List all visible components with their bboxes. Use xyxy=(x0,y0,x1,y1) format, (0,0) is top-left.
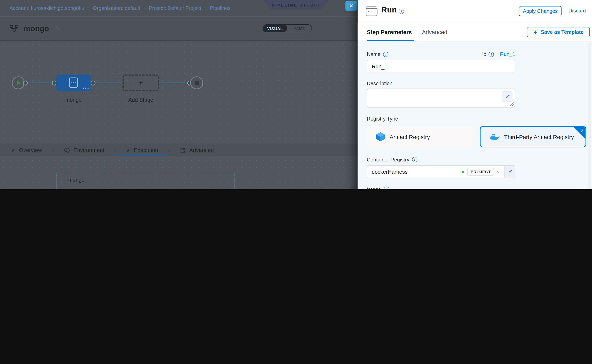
check-icon: ✓ xyxy=(127,147,131,153)
pin-icon xyxy=(507,169,512,175)
tab-step-parameters[interactable]: Step Parameters xyxy=(367,29,412,35)
description-label: Description xyxy=(367,81,592,86)
scope-badge: PROJECT xyxy=(467,168,494,176)
tab-execution[interactable]: ✓ Execution xyxy=(127,147,158,153)
registry-type-label: Registry Type xyxy=(367,116,592,121)
pipeline-studio-screen: Account: kurosakiichigo.songoku › Organi… xyxy=(0,0,592,189)
connector xyxy=(94,82,122,83)
save-as-template-button[interactable]: Save as Template xyxy=(527,27,590,37)
tab-overview[interactable]: ✓ Overview xyxy=(12,147,42,153)
add-stage-label: Add Stage xyxy=(128,97,153,103)
visual-yaml-toggle: VISUAL YAML xyxy=(262,24,312,32)
registry-option-label: Artifact Registry xyxy=(390,134,430,140)
registry-option-artifact-registry[interactable]: Artifact Registry xyxy=(367,126,473,147)
tab-environment[interactable]: Environment xyxy=(64,147,104,153)
info-icon[interactable]: i xyxy=(412,157,417,162)
play-icon xyxy=(17,81,21,85)
apply-changes-button[interactable]: Apply Changes xyxy=(519,6,562,16)
breadcrumb: Account: kurosakiichigo.songoku › Organi… xyxy=(9,5,230,11)
resize-handle[interactable] xyxy=(510,102,514,106)
pipeline-title: mongo xyxy=(24,24,49,33)
image-label: Image i xyxy=(367,187,592,189)
save-as-template-label: Save as Template xyxy=(541,29,584,35)
environment-icon xyxy=(64,147,70,153)
registry-option-third-party[interactable]: Third-Party Artifact Registry ✓ xyxy=(480,126,586,147)
pin-runtime-input-button[interactable] xyxy=(502,91,512,102)
status-dot xyxy=(461,170,464,173)
add-stage-button[interactable]: + xyxy=(122,74,159,91)
check-icon: ✓ xyxy=(12,147,16,153)
toggle-visual[interactable]: VISUAL xyxy=(263,25,287,32)
connector xyxy=(27,82,53,83)
info-icon[interactable]: i xyxy=(384,187,389,189)
registry-type-options: Artifact Registry Third-Party Artifact R… xyxy=(367,126,592,147)
discard-button[interactable]: Discard xyxy=(568,8,586,14)
plus-icon: + xyxy=(138,78,143,88)
chevron-right-icon: › xyxy=(52,146,54,154)
docker-icon xyxy=(490,133,500,141)
name-value: Run_1 xyxy=(372,63,387,69)
panel-scrollbar[interactable] xyxy=(588,42,591,189)
breadcrumb-organization[interactable]: Organization: default xyxy=(93,5,140,11)
code-badge: </> xyxy=(83,86,89,90)
stage-node-mongo[interactable]: </> </> xyxy=(56,74,91,91)
breadcrumb-separator: › xyxy=(205,5,206,11)
ci-stage-icon: </> xyxy=(69,78,78,88)
panel-content: Name i Id i : Run_1 Run_1 Description xyxy=(358,41,592,189)
container-registry-label: Container Registry i xyxy=(367,157,592,162)
pin-runtime-input-button[interactable] xyxy=(504,166,515,178)
breadcrumb-separator: › xyxy=(144,5,145,11)
studio-left: Account: kurosakiichigo.songoku › Organi… xyxy=(0,0,358,189)
close-studio-button[interactable]: ✕ xyxy=(345,1,357,11)
tab-label: Execution xyxy=(134,147,158,153)
container-registry-value: dockerHarness xyxy=(372,169,458,175)
tab-advanced[interactable]: Advanced xyxy=(422,29,447,35)
breadcrumb-project[interactable]: Project: Default Project xyxy=(149,5,201,11)
pipeline-end-node xyxy=(190,77,203,89)
breadcrumb-account[interactable]: Account: kurosakiichigo.songoku xyxy=(9,5,84,11)
chevron-down-icon[interactable] xyxy=(497,169,502,174)
tab-label: Environment xyxy=(74,147,104,153)
execution-canvas: – mongo xyxy=(0,157,358,189)
step-id: Id i : Run_1 xyxy=(482,51,515,57)
artifact-registry-icon xyxy=(376,132,385,142)
run-step-icon: >_ xyxy=(366,6,377,16)
connector-port xyxy=(23,80,27,85)
info-icon[interactable]: i xyxy=(489,52,494,57)
stage-tabs: ✓ Overview › Environment › ✓ Execution › xyxy=(0,144,358,157)
panel-tabs: Step Parameters Advanced Save as Templat… xyxy=(358,22,592,41)
info-icon[interactable]: i xyxy=(399,9,404,14)
stage-canvas: </> </> mongo + Add Stage xyxy=(0,41,358,144)
stop-icon xyxy=(195,81,199,85)
chevron-right-icon: › xyxy=(168,146,170,154)
step-group-mongo: – mongo xyxy=(56,173,235,189)
advanced-icon xyxy=(180,147,186,153)
tab-advanced[interactable]: Advanced xyxy=(180,147,214,153)
connector xyxy=(160,82,188,83)
tab-label: Overview xyxy=(19,147,42,153)
container-registry-input[interactable]: dockerHarness PROJECT xyxy=(367,165,515,178)
name-input[interactable]: Run_1 xyxy=(367,60,515,73)
step-group-label[interactable]: – mongo xyxy=(62,176,85,183)
toggle-yaml[interactable]: YAML xyxy=(287,25,312,32)
id-separator: : xyxy=(496,51,498,57)
connector-port xyxy=(52,80,57,85)
group-name: mongo xyxy=(68,176,85,182)
description-textarea[interactable] xyxy=(367,89,515,108)
id-label: Id xyxy=(482,51,486,57)
id-value[interactable]: Run_1 xyxy=(500,51,515,57)
edit-pipeline-icon[interactable]: ✎ xyxy=(56,25,61,32)
info-icon[interactable]: i xyxy=(383,52,388,57)
selected-check-corner: ✓ xyxy=(573,127,586,139)
connector-port xyxy=(90,80,95,85)
pipeline-icon xyxy=(10,25,18,32)
name-label: Name i xyxy=(367,52,389,57)
pipeline-studio-badge: PIPELINE STUDIO xyxy=(262,0,330,9)
panel-title: Run xyxy=(381,5,397,14)
tab-label: Advanced xyxy=(189,147,214,153)
pin-icon xyxy=(504,94,510,99)
collapse-icon[interactable]: – xyxy=(62,176,65,183)
breadcrumb-pipelines[interactable]: Pipelines xyxy=(210,5,230,11)
stage-label: mongo xyxy=(65,97,81,103)
chevron-right-icon: › xyxy=(114,146,116,154)
